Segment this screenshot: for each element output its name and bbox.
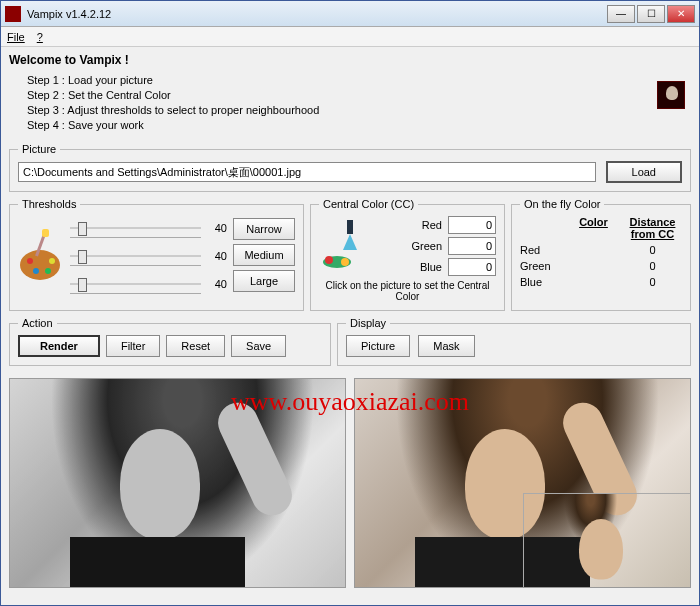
otf-green-color <box>564 260 623 272</box>
menu-help[interactable]: ? <box>37 31 43 43</box>
cc-legend: Central Color (CC) <box>319 198 418 210</box>
svg-rect-7 <box>347 220 353 234</box>
maximize-button[interactable]: ☐ <box>637 5 665 23</box>
step-3: Step 3 : Adjust thresholds to select to … <box>27 103 691 118</box>
render-button[interactable]: Render <box>18 335 100 357</box>
save-button[interactable]: Save <box>231 335 286 357</box>
on-the-fly-group: On the fly Color Color Distance from CC … <box>511 198 691 311</box>
action-group: Action Render Filter Reset Save <box>9 317 331 366</box>
threshold-slider-3[interactable] <box>70 274 201 294</box>
threshold-value-3: 40 <box>207 278 227 290</box>
svg-point-1 <box>27 258 33 264</box>
display-legend: Display <box>346 317 390 329</box>
otf-red-dist: 0 <box>623 244 682 256</box>
otf-blue-label: Blue <box>520 276 564 288</box>
cc-blue-input[interactable] <box>448 258 496 276</box>
svg-point-11 <box>341 258 349 266</box>
otf-green-label: Green <box>520 260 564 272</box>
threshold-slider-1[interactable] <box>70 218 201 238</box>
display-group: Display Picture Mask <box>337 317 691 366</box>
welcome-steps: Step 1 : Load your picture Step 2 : Set … <box>27 73 691 133</box>
otf-green-dist: 0 <box>623 260 682 272</box>
cc-red-label: Red <box>402 219 442 231</box>
svg-rect-6 <box>42 229 49 237</box>
thresholds-legend: Thresholds <box>18 198 80 210</box>
reset-button[interactable]: Reset <box>166 335 225 357</box>
svg-point-4 <box>49 258 55 264</box>
menubar: File ? <box>1 27 699 47</box>
otf-col-dist: Distance from CC <box>623 216 682 240</box>
otf-blue-color <box>564 276 623 288</box>
eyedropper-icon <box>319 216 365 272</box>
minimize-button[interactable]: — <box>607 5 635 23</box>
step-4: Step 4 : Save your work <box>27 118 691 133</box>
medium-button[interactable]: Medium <box>233 244 295 266</box>
svg-point-3 <box>45 268 51 274</box>
otf-red-label: Red <box>520 244 564 256</box>
cc-hint: Click on the picture to set the Central … <box>319 280 496 302</box>
welcome-heading: Welcome to Vampix ! <box>9 53 691 67</box>
result-image-pane[interactable] <box>354 378 691 588</box>
otf-red-color <box>564 244 623 256</box>
load-button[interactable]: Load <box>606 161 682 183</box>
cc-red-input[interactable] <box>448 216 496 234</box>
display-mask-button[interactable]: Mask <box>418 335 474 357</box>
picture-group: Picture Load <box>9 143 691 192</box>
avatar <box>657 81 685 109</box>
threshold-value-1: 40 <box>207 222 227 234</box>
threshold-slider-2[interactable] <box>70 246 201 266</box>
cc-green-label: Green <box>402 240 442 252</box>
central-color-group: Central Color (CC) Red Green Blue Click … <box>310 198 505 311</box>
close-button[interactable]: ✕ <box>667 5 695 23</box>
display-picture-button[interactable]: Picture <box>346 335 410 357</box>
svg-point-0 <box>20 250 60 280</box>
otf-col-color: Color <box>564 216 623 240</box>
step-2: Step 2 : Set the Central Color <box>27 88 691 103</box>
cc-blue-label: Blue <box>402 261 442 273</box>
svg-marker-8 <box>343 234 357 250</box>
picture-legend: Picture <box>18 143 60 155</box>
filter-button[interactable]: Filter <box>106 335 160 357</box>
step-1: Step 1 : Load your picture <box>27 73 691 88</box>
thresholds-group: Thresholds 40 40 40 Narrow Medium Large <box>9 198 304 311</box>
action-legend: Action <box>18 317 57 329</box>
palette-icon <box>18 227 64 283</box>
svg-point-10 <box>325 256 333 264</box>
otf-legend: On the fly Color <box>520 198 604 210</box>
source-image-pane[interactable] <box>9 378 346 588</box>
titlebar[interactable]: Vampix v1.4.2.12 — ☐ ✕ <box>1 1 699 27</box>
narrow-button[interactable]: Narrow <box>233 218 295 240</box>
menu-file[interactable]: File <box>7 31 25 43</box>
picture-path-input[interactable] <box>18 162 596 182</box>
window-title: Vampix v1.4.2.12 <box>27 8 607 20</box>
app-icon <box>5 6 21 22</box>
svg-point-2 <box>33 268 39 274</box>
cc-green-input[interactable] <box>448 237 496 255</box>
large-button[interactable]: Large <box>233 270 295 292</box>
threshold-value-2: 40 <box>207 250 227 262</box>
app-window: Vampix v1.4.2.12 — ☐ ✕ File ? Welcome to… <box>0 0 700 606</box>
otf-blue-dist: 0 <box>623 276 682 288</box>
